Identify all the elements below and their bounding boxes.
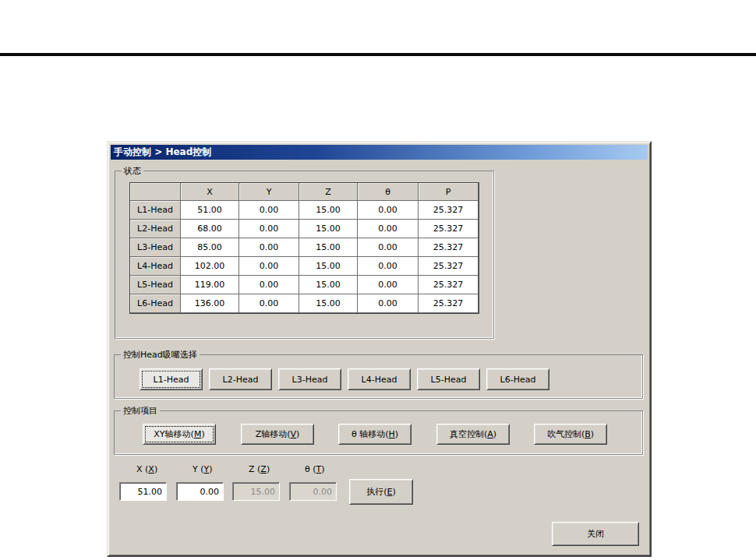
table-cell: 0.00 xyxy=(239,238,299,257)
table-corner-cell xyxy=(130,183,181,201)
head-select-button-l5-head[interactable]: L5-Head xyxy=(417,368,480,390)
table-cell: 25.327 xyxy=(419,238,479,257)
table-cell: 0.00 xyxy=(358,276,419,294)
table-cell: 68.00 xyxy=(181,220,239,238)
axis-label-x: X (X) xyxy=(136,464,157,474)
table-cell: 51.00 xyxy=(181,201,239,220)
table-row-header: L5-Head xyxy=(130,276,181,294)
table-cell: 0.00 xyxy=(239,294,299,313)
axis-label-z: Z (Z) xyxy=(249,464,270,474)
table-cell: 15.00 xyxy=(299,294,358,313)
axis-input-theta xyxy=(289,482,337,501)
control-button-theta-move[interactable]: θ 轴移动(H) xyxy=(338,424,412,445)
table-cell: 0.00 xyxy=(358,238,419,257)
axis-input-x[interactable] xyxy=(119,482,167,501)
control-button-blow-control[interactable]: 吹气控制(B) xyxy=(534,424,607,445)
table-cell: 136.00 xyxy=(181,294,239,313)
head-select-button-l2-head[interactable]: L2-Head xyxy=(209,368,272,390)
table-cell: 119.00 xyxy=(181,276,239,294)
close-button[interactable]: 关闭 xyxy=(552,522,639,546)
table-cell: 0.00 xyxy=(358,257,419,276)
axis-label-theta: θ (T) xyxy=(305,464,325,474)
table-cell: 0.00 xyxy=(239,201,299,220)
table-cell: 15.00 xyxy=(299,220,358,238)
head-select-group-label: 控制Head吸嘴选择 xyxy=(121,349,200,361)
head-select-button-l3-head[interactable]: L3-Head xyxy=(278,368,341,390)
control-button-vacuum-control[interactable]: 真空控制(A) xyxy=(436,424,510,445)
dialog-window: 手动控制 > Head控制 状态 XYZθPL1-Head51.000.0015… xyxy=(107,141,652,557)
table-column-header: Y xyxy=(239,183,299,201)
page-background: { "window": { "title": "手动控制 > Head控制", … xyxy=(0,0,756,560)
table-cell: 25.327 xyxy=(419,201,479,220)
table-cell: 25.327 xyxy=(419,220,479,238)
table-cell: 85.00 xyxy=(181,238,239,257)
table-cell: 25.327 xyxy=(419,276,479,294)
dialog-titlebar[interactable]: 手动控制 > Head控制 xyxy=(111,145,648,160)
table-row-header: L6-Head xyxy=(130,294,181,313)
table-cell: 25.327 xyxy=(419,257,479,276)
table-column-header: P xyxy=(419,183,479,201)
page-divider-rule xyxy=(0,53,756,56)
execute-button[interactable]: 执行(E) xyxy=(349,479,413,505)
axis-input-y[interactable] xyxy=(176,482,224,501)
axis-input-z xyxy=(232,482,280,501)
status-groupbox: 状态 XYZθPL1-Head51.000.0015.000.0025.327L… xyxy=(115,171,494,339)
head-select-button-l4-head[interactable]: L4-Head xyxy=(348,368,411,390)
control-items-groupbox: 控制项目 XY轴移动(M)Z轴移动(V)θ 轴移动(H)真空控制(A)吹气控制(… xyxy=(114,410,643,455)
table-row-header: L3-Head xyxy=(130,238,181,257)
control-button-z-move[interactable]: Z轴移动(V) xyxy=(241,424,314,445)
head-select-groupbox: 控制Head吸嘴选择 L1-HeadL2-HeadL3-HeadL4-HeadL… xyxy=(114,354,643,399)
status-group-label: 状态 xyxy=(122,165,143,177)
table-cell: 15.00 xyxy=(299,238,358,257)
table-column-header: X xyxy=(181,183,239,201)
table-column-header: Z xyxy=(299,183,358,201)
table-row-header: L1-Head xyxy=(130,201,181,220)
axis-label-y: Y (Y) xyxy=(193,464,213,474)
table-cell: 15.00 xyxy=(299,257,358,276)
table-cell: 0.00 xyxy=(358,294,419,313)
table-cell: 102.00 xyxy=(181,257,239,276)
head-select-button-l1-head[interactable]: L1-Head xyxy=(140,368,203,390)
table-cell: 15.00 xyxy=(299,276,358,294)
table-cell: 0.00 xyxy=(239,257,299,276)
table-cell: 0.00 xyxy=(239,220,299,238)
control-items-group-label: 控制项目 xyxy=(121,405,160,417)
head-select-button-l6-head[interactable]: L6-Head xyxy=(486,368,549,390)
status-table: XYZθPL1-Head51.000.0015.000.0025.327L2-H… xyxy=(129,182,479,314)
table-cell: 15.00 xyxy=(299,201,358,220)
table-row-header: L2-Head xyxy=(130,220,181,238)
table-cell: 25.327 xyxy=(419,294,479,313)
table-cell: 0.00 xyxy=(358,201,419,220)
table-cell: 0.00 xyxy=(358,220,419,238)
table-row-header: L4-Head xyxy=(130,257,181,276)
table-column-header: θ xyxy=(358,183,419,201)
control-button-xy-move[interactable]: XY轴移动(M) xyxy=(143,424,216,445)
table-cell: 0.00 xyxy=(239,276,299,294)
dialog-title: 手动控制 > Head控制 xyxy=(114,146,211,159)
